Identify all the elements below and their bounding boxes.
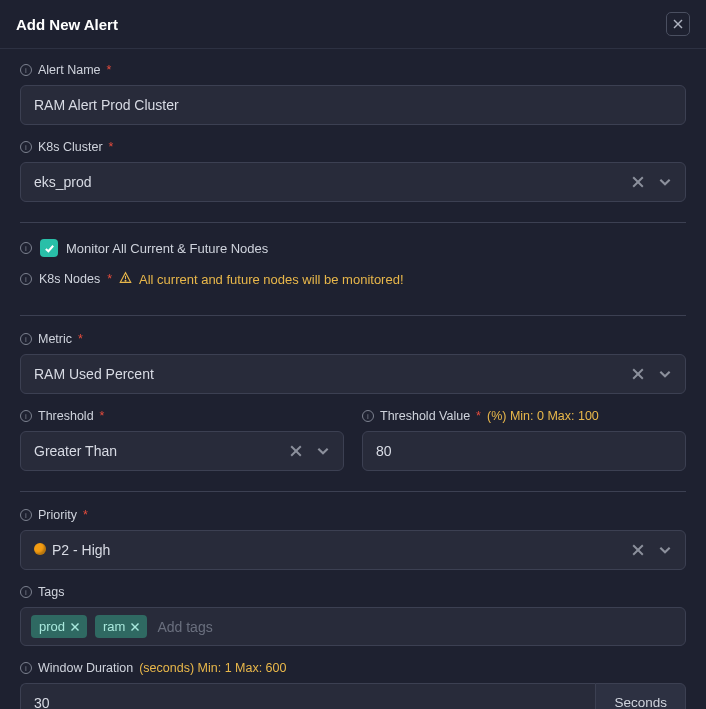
- cluster-field: i K8s Cluster * eks_prod: [20, 140, 686, 202]
- info-icon: i: [20, 509, 32, 521]
- threshold-value-label: Threshold Value: [380, 409, 470, 423]
- info-icon: i: [20, 273, 32, 285]
- threshold-label: Threshold: [38, 409, 94, 423]
- metric-value: RAM Used Percent: [34, 366, 154, 382]
- modal-body: i Alert Name * i K8s Cluster * eks_prod: [0, 49, 706, 709]
- threshold-value-field: i Threshold Value * (%) Min: 0 Max: 100: [362, 409, 686, 471]
- svg-point-6: [125, 280, 126, 281]
- tag-chip: prod: [31, 615, 87, 638]
- required-marker: *: [78, 332, 83, 346]
- alert-name-input[interactable]: [20, 85, 686, 125]
- chevron-down-icon[interactable]: [316, 444, 330, 458]
- tags-label: Tags: [38, 585, 64, 599]
- modal-header: Add New Alert: [0, 0, 706, 49]
- required-marker: *: [83, 508, 88, 522]
- info-icon: i: [362, 410, 374, 422]
- priority-value: P2 - High: [34, 542, 110, 558]
- metric-label: Metric: [38, 332, 72, 346]
- required-marker: *: [100, 409, 105, 423]
- cluster-select[interactable]: eks_prod: [20, 162, 686, 202]
- required-marker: *: [109, 140, 114, 154]
- tag-text: ram: [103, 619, 125, 634]
- priority-label: Priority: [38, 508, 77, 522]
- info-icon: i: [20, 662, 32, 674]
- clear-icon[interactable]: [632, 176, 644, 188]
- close-icon: [673, 17, 683, 32]
- metric-select[interactable]: RAM Used Percent: [20, 354, 686, 394]
- threshold-select[interactable]: Greater Than: [20, 431, 344, 471]
- threshold-row: i Threshold * Greater Than: [20, 409, 686, 471]
- threshold-value-input[interactable]: [362, 431, 686, 471]
- window-duration-label: Window Duration: [38, 661, 133, 675]
- threshold-field: i Threshold * Greater Than: [20, 409, 344, 471]
- chevron-down-icon[interactable]: [658, 367, 672, 381]
- info-icon: i: [20, 242, 32, 254]
- clear-icon[interactable]: [632, 544, 644, 556]
- divider: [20, 491, 686, 492]
- info-icon: i: [20, 64, 32, 76]
- window-duration-input[interactable]: [20, 683, 595, 709]
- info-icon: i: [20, 410, 32, 422]
- tags-input[interactable]: prod ram Add tags: [20, 607, 686, 646]
- info-icon: i: [20, 586, 32, 598]
- tag-text: prod: [39, 619, 65, 634]
- tag-remove-icon[interactable]: [71, 623, 79, 631]
- chevron-down-icon[interactable]: [658, 175, 672, 189]
- window-duration-hint: (seconds) Min: 1 Max: 600: [139, 661, 286, 675]
- nodes-warning: All current and future nodes will be mon…: [139, 272, 403, 287]
- nodes-label: K8s Nodes: [39, 272, 100, 286]
- threshold-value-hint: (%) Min: 0 Max: 100: [487, 409, 599, 423]
- add-alert-modal: Add New Alert i Alert Name * i K8s Clust…: [0, 0, 706, 709]
- nodes-row: i K8s Nodes * All current and future nod…: [20, 271, 686, 287]
- close-button[interactable]: [666, 12, 690, 36]
- required-marker: *: [107, 63, 112, 77]
- threshold-value: Greater Than: [34, 443, 117, 459]
- clear-icon[interactable]: [632, 368, 644, 380]
- chevron-down-icon[interactable]: [658, 543, 672, 557]
- info-icon: i: [20, 333, 32, 345]
- monitor-all-label: Monitor All Current & Future Nodes: [66, 241, 268, 256]
- required-marker: *: [476, 409, 481, 423]
- cluster-label: K8s Cluster: [38, 140, 103, 154]
- window-duration-field: i Window Duration (seconds) Min: 1 Max: …: [20, 661, 686, 709]
- alert-name-label: Alert Name: [38, 63, 101, 77]
- tags-field: i Tags prod ram Add tags: [20, 585, 686, 646]
- clear-icon[interactable]: [290, 445, 302, 457]
- tags-placeholder: Add tags: [155, 616, 214, 638]
- divider: [20, 222, 686, 223]
- divider: [20, 315, 686, 316]
- alert-name-field: i Alert Name *: [20, 63, 686, 125]
- cluster-value: eks_prod: [34, 174, 92, 190]
- priority-dot-icon: [34, 543, 46, 555]
- modal-title: Add New Alert: [16, 16, 118, 33]
- monitor-all-row: i Monitor All Current & Future Nodes: [20, 239, 686, 257]
- monitor-all-checkbox[interactable]: [40, 239, 58, 257]
- metric-field: i Metric * RAM Used Percent: [20, 332, 686, 394]
- tag-remove-icon[interactable]: [131, 623, 139, 631]
- priority-select[interactable]: P2 - High: [20, 530, 686, 570]
- info-icon: i: [20, 141, 32, 153]
- required-marker: *: [107, 272, 112, 286]
- window-duration-unit: Seconds: [595, 683, 686, 709]
- priority-field: i Priority * P2 - High: [20, 508, 686, 570]
- tag-chip: ram: [95, 615, 147, 638]
- warning-icon: [119, 271, 132, 287]
